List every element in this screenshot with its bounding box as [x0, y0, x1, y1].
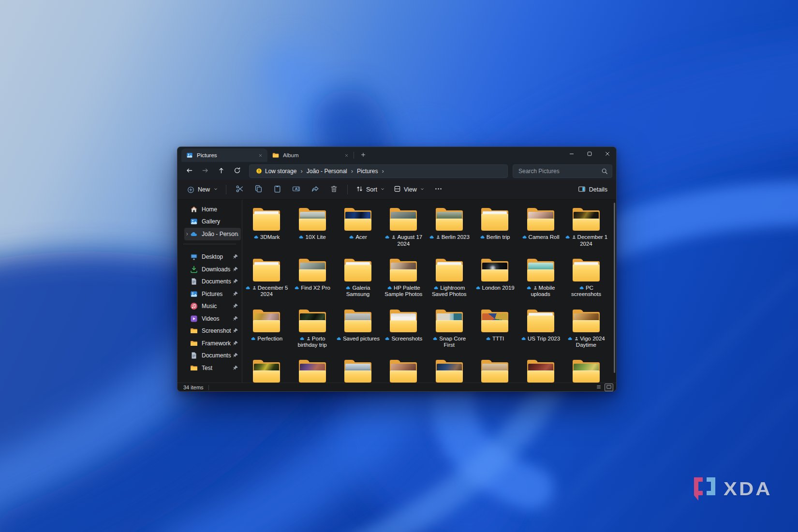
- folder-grid: 3DMark10X LiteAcerAugust 17 2024Berlin 2…: [244, 200, 609, 383]
- folder-tile-camera-roll[interactable]: Camera Roll: [517, 207, 563, 258]
- sidebar-item-videos[interactable]: Videos: [184, 312, 241, 325]
- folder-tile[interactable]: [472, 359, 517, 383]
- folder-tile[interactable]: [289, 359, 335, 383]
- search-input[interactable]: Search Pictures: [513, 164, 612, 178]
- sidebar-item-pictures[interactable]: Pictures: [184, 288, 241, 300]
- share-button[interactable]: [306, 182, 325, 197]
- sidebar-item-home[interactable]: Home: [184, 203, 241, 216]
- chevron-right-icon[interactable]: ›: [380, 167, 385, 175]
- folder-tile-august-17-2024[interactable]: August 17 2024: [381, 207, 426, 258]
- folder-tile-porto-birthday-trip[interactable]: Porto birthday trip: [289, 309, 335, 360]
- close-button[interactable]: [598, 147, 616, 162]
- folder-tile-snap-core-first[interactable]: Snap Core First: [427, 309, 472, 360]
- back-button[interactable]: [181, 164, 197, 178]
- sidebar-item-downloads[interactable]: Downloads: [184, 263, 241, 276]
- folder-tile[interactable]: [244, 359, 289, 383]
- folder-tile-ttti[interactable]: TTTI: [472, 309, 517, 360]
- refresh-button[interactable]: [229, 164, 245, 178]
- folder-tile[interactable]: [517, 359, 563, 383]
- folder-icon: [481, 359, 509, 383]
- folder-tile-berlin-2023[interactable]: Berlin 2023: [427, 207, 472, 258]
- tab-close-button[interactable]: [256, 151, 265, 160]
- folder-tile-perfection[interactable]: Perfection: [244, 309, 289, 360]
- breadcrumb[interactable]: Low storage›João - Personal›Pictures›: [249, 164, 508, 178]
- folder-tile-december-1-2024[interactable]: December 1 2024: [563, 207, 609, 258]
- folder-tile-mobile-uploads[interactable]: Mobile uploads: [517, 258, 563, 309]
- thumbnail-view-toggle[interactable]: [605, 384, 613, 391]
- tab-album[interactable]: Album: [267, 148, 354, 162]
- folder-tile-us-trip-2023[interactable]: US Trip 2023: [517, 309, 563, 360]
- copy-button[interactable]: [249, 182, 268, 197]
- folder-icon: [481, 309, 509, 333]
- documents-icon: [190, 352, 198, 359]
- delete-button[interactable]: [325, 182, 343, 197]
- folder-tile-3dmark[interactable]: 3DMark: [244, 207, 289, 258]
- new-button[interactable]: New: [183, 182, 222, 197]
- search-placeholder: Search Pictures: [518, 168, 560, 175]
- new-tab-button[interactable]: [357, 149, 369, 162]
- breadcrumb-label: Low storage: [265, 168, 296, 175]
- sidebar-item-screenshots[interactable]: Screenshots: [184, 325, 241, 338]
- sidebar-item-jo-o-personal[interactable]: João - Personal: [184, 228, 241, 240]
- pin-icon: [233, 316, 238, 322]
- maximize-button[interactable]: [580, 147, 598, 162]
- sidebar-item-desktop[interactable]: Desktop: [184, 251, 241, 264]
- sidebar-item-music[interactable]: Music: [184, 300, 241, 313]
- folder-tile[interactable]: [427, 359, 472, 383]
- sort-button[interactable]: Sort: [352, 182, 389, 197]
- folder-tile[interactable]: [335, 359, 381, 383]
- pictures-tab-icon: [186, 152, 193, 159]
- folder-tile[interactable]: [381, 359, 426, 383]
- folder-tile-vigo-2024-daytime[interactable]: Vigo 2024 Daytime: [563, 309, 609, 360]
- up-button[interactable]: [213, 164, 229, 178]
- sidebar-item-test[interactable]: Test: [184, 362, 241, 374]
- folder-tile[interactable]: [563, 359, 609, 383]
- forward-button[interactable]: [197, 164, 213, 178]
- onedrive-icon: [190, 230, 198, 238]
- chevron-right-icon[interactable]: ›: [350, 167, 355, 175]
- folder-tile-berlin-trip[interactable]: Berlin trip: [472, 207, 517, 258]
- tab-pictures[interactable]: Pictures: [181, 148, 267, 162]
- minimize-button[interactable]: [562, 147, 580, 162]
- sort-button-label: Sort: [366, 186, 377, 193]
- pin-icon: [233, 303, 238, 309]
- folder-icon: [572, 359, 600, 383]
- folder-tile-pc-screenshots[interactable]: PC screenshots: [563, 258, 609, 309]
- folder-tile-find-x2-pro[interactable]: Find X2 Pro: [289, 258, 335, 309]
- folder-tile-acer[interactable]: Acer: [335, 207, 381, 258]
- folder-tile-lightroom-saved-photos[interactable]: Lightroom Saved Photos: [427, 258, 472, 309]
- breadcrumb-segment[interactable]: João - Personal: [304, 168, 350, 175]
- shared-icon: [436, 234, 442, 240]
- sidebar-item-framework-d[interactable]: Framework D: [184, 337, 241, 350]
- folder-tile-galeria-samsung[interactable]: Galeria Samsung: [335, 258, 381, 309]
- folder-tile-saved-pictures[interactable]: Saved pictures: [335, 309, 381, 360]
- breadcrumb-segment[interactable]: Low storage: [253, 168, 299, 175]
- folder-tile-10x-lite[interactable]: 10X Lite: [289, 207, 335, 258]
- shared-icon: [252, 285, 258, 291]
- folder-icon: [435, 359, 463, 383]
- tab-close-button[interactable]: [342, 151, 351, 160]
- details-pane-button[interactable]: Details: [575, 182, 610, 197]
- sidebar-item-documents[interactable]: Documents: [184, 350, 241, 362]
- toolbar-separator: [347, 185, 348, 194]
- shared-icon: [533, 285, 539, 291]
- sidebar-item-documents[interactable]: Documents: [184, 276, 241, 288]
- expander-chevron-icon[interactable]: [185, 232, 190, 236]
- vertical-scrollbar[interactable]: [614, 203, 615, 373]
- view-button[interactable]: View: [389, 182, 429, 197]
- rename-button[interactable]: [287, 182, 306, 197]
- cut-button[interactable]: [230, 182, 249, 197]
- breadcrumb-segment[interactable]: Pictures: [355, 168, 380, 175]
- folder-tile-hp-palette-sample-photos[interactable]: HP Palette Sample Photos: [381, 258, 426, 309]
- sidebar-item-label: Downloads: [202, 266, 231, 273]
- chevron-right-icon[interactable]: ›: [299, 167, 304, 175]
- folder-tile-screenshots[interactable]: Screenshots: [381, 309, 426, 360]
- paste-button[interactable]: [268, 182, 287, 197]
- details-view-toggle[interactable]: [594, 384, 603, 391]
- sidebar-item-gallery[interactable]: Gallery: [184, 216, 241, 228]
- onedrive-status-icon: [349, 234, 355, 240]
- folder-label: London 2019: [475, 285, 515, 292]
- folder-tile-december-5-2024[interactable]: December 5 2024: [244, 258, 289, 309]
- more-options-button[interactable]: [429, 182, 448, 197]
- folder-tile-london-2019[interactable]: London 2019: [472, 258, 517, 309]
